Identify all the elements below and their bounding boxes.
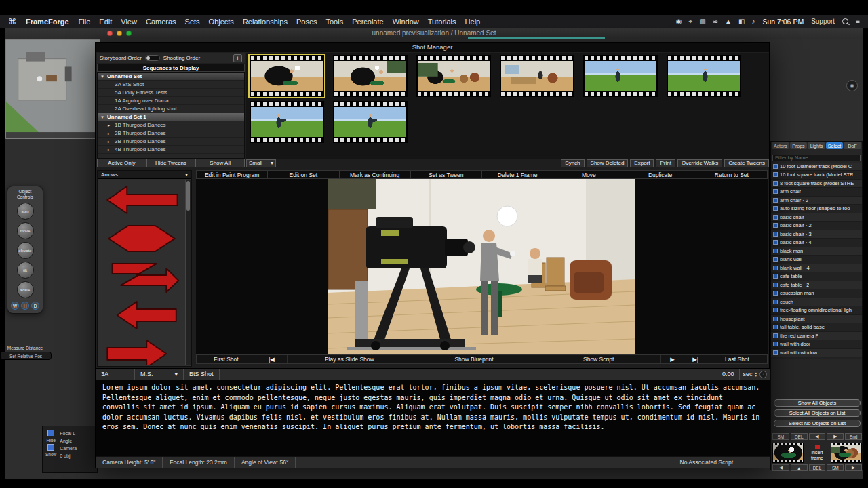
order-toggle[interactable] — [145, 55, 160, 61]
object-list-item[interactable]: 8 foot square track (Model STRE — [771, 180, 862, 188]
sequence-item[interactable]: 1A Arguing over Diana — [98, 97, 244, 105]
object-selection-button[interactable]: Show All Objects — [774, 399, 861, 407]
set-relative-pos-button[interactable]: Set Relative Pos — [0, 352, 52, 360]
app-menu[interactable]: FrameForge — [26, 18, 69, 26]
last-shot-button[interactable]: Last Shot — [707, 355, 767, 363]
skip-back-icon[interactable]: |◀ — [256, 355, 288, 363]
thumb-action-button[interactable]: Create Tweens — [724, 159, 769, 167]
insert-frame-button[interactable]: insert frame — [805, 445, 829, 461]
toolbar-button[interactable]: Delete 1 Frame — [482, 171, 553, 178]
thumbnail-size-select[interactable]: Small ▾ — [246, 159, 276, 167]
disclosure-icon[interactable]: ▸ — [108, 147, 113, 152]
filter-button[interactable]: Show All — [195, 159, 245, 167]
red-arrow-icon[interactable] — [102, 299, 181, 333]
arrows-scrollbar[interactable] — [185, 180, 191, 365]
viewport-scene[interactable] — [328, 179, 635, 354]
shot-size-select[interactable]: M.S. ▾ — [135, 369, 184, 380]
disclosure-icon[interactable]: ▼ — [100, 75, 105, 79]
object-list-item[interactable]: the red camera F — [771, 332, 862, 341]
shot-viewport[interactable] — [196, 179, 768, 354]
panel-mini-button[interactable]: DEL — [791, 433, 808, 440]
frame-nav-button[interactable]: ◀ — [772, 464, 789, 471]
hide-icon[interactable] — [47, 430, 54, 436]
shot-info-circle-button[interactable]: ◦ — [760, 371, 767, 378]
transform-button[interactable]: tilt — [17, 262, 34, 279]
menu-item[interactable]: Tools — [326, 18, 344, 26]
red-arrow-icon[interactable] — [102, 260, 181, 294]
shot-name[interactable]: BtS Shot — [184, 369, 220, 380]
thumb-action-button[interactable]: Synch — [561, 159, 584, 167]
object-list-item[interactable]: black man — [771, 247, 862, 256]
filter-button[interactable]: Active Only — [97, 159, 146, 167]
menu-item[interactable]: Edit — [99, 18, 112, 26]
shot-thumbnail[interactable] — [250, 55, 324, 97]
object-list-item[interactable]: caucasian man — [771, 289, 862, 298]
panel-mini-button[interactable]: End — [845, 433, 862, 440]
menubar-status-icon[interactable]: ♪ — [751, 18, 755, 26]
sequence-item[interactable]: ▼ Unnamed Set — [98, 73, 244, 81]
object-list-item[interactable]: free-floating omnidirectional ligh — [771, 306, 862, 315]
shot-script-text[interactable]: Lorem ipsum dolor sit amet, consectetur … — [96, 380, 770, 456]
objects-panel-tab[interactable]: DoF — [844, 142, 861, 149]
toolbar-button[interactable]: Move — [553, 171, 625, 178]
shot-duration-value[interactable]: 0.00 — [701, 369, 740, 380]
object-list-item[interactable]: blank wall · 4 — [771, 264, 862, 273]
thumb-action-button[interactable]: Export — [630, 159, 654, 167]
panel-mini-button[interactable]: ▶ — [827, 433, 844, 440]
dimension-button[interactable]: D — [31, 302, 39, 310]
object-list-item[interactable]: arm chair — [771, 188, 862, 197]
show-icon[interactable] — [47, 444, 54, 451]
object-list-item[interactable]: auto-sizing floor (shaped to roo — [771, 205, 862, 214]
frame-nav-button[interactable]: ▲ — [791, 464, 808, 471]
disclosure-icon[interactable]: ▼ — [100, 115, 105, 119]
menu-item[interactable]: Tutorials — [428, 18, 456, 26]
add-sequence-button[interactable]: + — [233, 54, 242, 62]
sequence-item[interactable]: ▸ 2B Thurgood Dances — [98, 129, 244, 138]
red-arrow-icon[interactable] — [102, 338, 181, 365]
menubar-status-icon[interactable]: ≋ — [713, 18, 718, 26]
objects-panel-tab[interactable]: Lights — [808, 142, 825, 149]
menu-item[interactable]: Help — [465, 18, 481, 26]
red-arrow-icon[interactable] — [102, 183, 181, 217]
menubar-status-icon[interactable]: ▲ — [725, 18, 732, 26]
disclosure-icon[interactable]: ▸ — [108, 123, 113, 127]
thumb-action-button[interactable]: Override Walks — [677, 159, 722, 167]
objects-panel-tab[interactable]: Select — [826, 142, 844, 149]
step-forward-icon[interactable]: ▶ — [661, 355, 684, 363]
object-list-item[interactable]: tall table, solid base — [771, 323, 862, 332]
object-selection-button[interactable]: Select No Objects on List — [774, 420, 861, 427]
menu-item[interactable]: Sets — [185, 18, 200, 26]
object-list-item[interactable]: arm chair · 2 — [771, 197, 862, 205]
menubar-status-icon[interactable]: ▤ — [699, 18, 705, 26]
control-center-icon[interactable]: ≡ — [856, 18, 860, 25]
transform-button[interactable]: move — [17, 222, 34, 239]
menu-item[interactable]: Objects — [209, 18, 234, 26]
menubar-status-icon[interactable]: ◉ — [676, 18, 682, 26]
object-list-item[interactable]: blank wall — [771, 256, 862, 264]
frame-thumbnail-right[interactable] — [831, 443, 862, 463]
measure-distance-button[interactable]: Measure Distance — [1, 346, 49, 350]
transform-button[interactable]: scale — [17, 281, 34, 298]
overview-viewport[interactable] — [5, 39, 100, 139]
show-label[interactable]: Show — [45, 452, 56, 457]
sequence-item[interactable]: ▼ Unnamed Set 1 — [98, 113, 244, 121]
menu-item[interactable]: Percolate — [352, 18, 383, 26]
object-list-item[interactable]: couch — [771, 298, 862, 307]
object-list-item[interactable]: wall with window — [771, 349, 862, 358]
menubar-clock[interactable]: Sun 7:06 PM — [762, 18, 804, 26]
object-list-item[interactable]: 10 foot Diameter track (Model C — [771, 163, 862, 171]
play-slideshow-button[interactable]: Play as Slide Show — [288, 355, 412, 363]
menubar-status-icon[interactable]: ◧ — [738, 18, 745, 26]
filter-button[interactable]: Hide Tweens — [146, 159, 196, 167]
object-list-item[interactable]: houseplant — [771, 315, 862, 324]
sequence-item[interactable]: 2A Overhead lighting shot — [98, 105, 244, 113]
menu-item[interactable]: File — [79, 18, 91, 26]
shot-thumbnail[interactable] — [583, 55, 658, 97]
menubar-status-icon[interactable]: ⌖ — [689, 18, 693, 26]
shot-number[interactable]: 3A — [96, 369, 135, 380]
menu-item[interactable]: Poses — [296, 18, 317, 26]
sequence-item[interactable]: ▸ 3B Thurgood Dances — [98, 138, 244, 146]
transform-button[interactable]: spin — [17, 203, 34, 220]
sequence-item[interactable]: 3A BtS Shot — [98, 81, 244, 89]
support-menu[interactable]: Support — [811, 18, 835, 25]
